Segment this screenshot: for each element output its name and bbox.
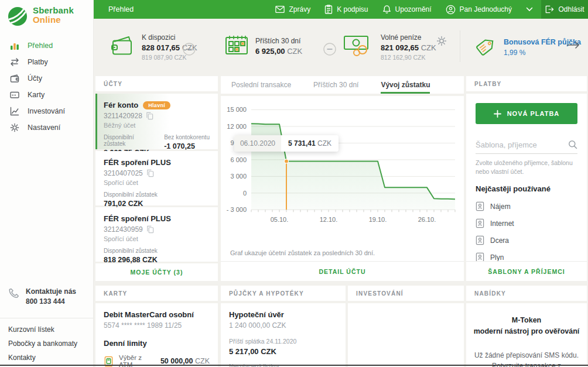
chart-tabs: Poslední transakce Příštích 30 dní Vývoj… [221,76,464,94]
link-pobocky-a-bankomaty[interactable]: Pobočky a bankomaty [8,339,93,348]
user-menu[interactable]: Pan Jednoduchý [446,5,512,15]
tooltip-value: 5 731,41 [288,139,316,148]
calendar-icon [224,33,249,57]
payments-panel: PLATBY NOVÁ PLATBA Zvolte uloženého příj… [466,76,587,281]
chevron-down-icon [526,7,533,12]
notifications-button[interactable]: Upozornění [382,5,432,14]
x-tick-label: 05.10. [271,216,289,223]
wallet-icon [9,73,20,84]
account-item-fer-sporeni-2[interactable]: FÉR spoření PLUS 3212430959 Spořící účet… [95,207,218,262]
top-bar: Přehled Zprávy K podpisu Upozornění Pan … [94,0,588,19]
next-payment-amount: 5 217,00 CZK [229,347,337,356]
loans-panel: PŮJČKY A HYPOTÉKY Hypoteční úvěr 1 240 0… [221,286,346,367]
bar-chart-icon [9,40,20,52]
y-tick-label: 12 000 [227,123,247,130]
sidebar-item-label: Karty [28,91,45,99]
page-title: Přehled [108,5,134,13]
tab-vyvoj-zustatku[interactable]: Vývoj zůstatku [381,76,430,94]
search-icon[interactable] [568,140,577,149]
offer-headline-2: moderní nástroj pro ověřování [474,327,580,335]
y-tick-label: - 3 000 [227,206,247,213]
account-detail-link[interactable]: DETAIL ÚČTU [319,268,365,275]
x-tick-label: 19.10. [369,216,387,223]
contact-phone[interactable]: 800 133 444 [26,297,65,306]
tooltip-date: 06.10.2020 [234,135,281,152]
copy-icon[interactable] [146,112,153,120]
price-tag-icon [473,32,500,60]
x-tick-label: 12.10. [320,216,338,223]
sidebar-item-label: Účty [28,74,42,83]
sidebar-item-nastaveni[interactable]: Nastavení [0,119,93,136]
screen-edge-line [0,365,588,366]
templates-recipients-link[interactable]: ŠABLONY A PŘÍJEMCI [488,268,565,275]
loans-panel-title: PŮJČKY A HYPOTÉKY [221,286,346,301]
recipient-search [476,139,577,154]
account-item-fer-sporeni-1[interactable]: FÉR spoření PLUS 3210407025 Spořící účet… [95,151,218,205]
y-tick-label: 3 000 [230,173,247,180]
logout-button[interactable]: Odhlásit [541,0,588,19]
app-window: Sberbank Online Přehled Platby [0,0,588,367]
card-icon [9,89,20,101]
messages-button[interactable]: Zprávy [275,5,310,13]
bell-icon [382,5,391,14]
daily-limits-title: Denní limity [104,339,210,348]
sidebar-nav: Přehled Platby Účty Karty [0,37,93,136]
summary-divider [460,30,460,62]
line-chart-icon [9,105,20,117]
sberbank-logo[interactable]: Sberbank Online [0,0,93,27]
sidebar-item-prehled[interactable]: Přehled [0,37,93,54]
logo-brand: Sberbank [33,5,74,15]
offers-panel-title: NABÍDKY [466,286,587,301]
chart-caption: Graf ukazuje účetní zůstatek za poslední… [230,249,375,256]
link-kontakty[interactable]: Kontakty [8,354,93,362]
sidebar-item-investovani[interactable]: Investování [0,103,93,119]
copy-icon[interactable] [146,225,154,234]
my-accounts-link[interactable]: MOJE ÚČTY (3) [131,269,183,276]
user-menu-chevron[interactable] [526,7,533,12]
favorites-title: Nejčastěji používané [476,184,577,193]
collapse-available-button[interactable] [183,43,196,56]
balance-chart-svg: 15 00012 0009 0006 0003 0000- 3 00005.10… [221,96,464,239]
card-name[interactable]: Debit MasterCard osobní [104,310,210,319]
summary-strip: K dispozici 828 017,65 CZK 819 087,90 CZ… [94,19,588,76]
clipboard-icon [324,5,333,14]
tab-pristich-30-dni[interactable]: Příštích 30 dní [313,76,358,94]
balance-chart[interactable]: 15 00012 0009 0006 0003 0000- 3 00005.10… [221,96,464,239]
account-item-fer-konto[interactable]: Fér konto Hlavní 3211420928 Běžný účet D… [95,94,218,149]
sidebar-item-label: Investování [28,107,65,115]
sidebar-item-label: Přehled [28,42,53,50]
wallet-big-icon [110,34,137,59]
y-tick-label: 6 000 [230,156,247,163]
sidebar-item-label: Platby [28,58,48,66]
offer-arrow-icon[interactable] [567,41,580,49]
sidebar-item-ucty[interactable]: Účty [0,70,93,87]
contact-card-icon [476,218,484,228]
favorite-dcera[interactable]: Dcera [476,232,577,249]
tab-posledni-transakce[interactable]: Poslední transakce [231,76,291,94]
favorite-najem[interactable]: Nájem [476,198,577,215]
card-number: 5574 **** **** 1989 11/25 [104,321,210,330]
sidebar-footer-links: Kurzovní lístek Pobočky a bankomaty Kont… [0,318,93,367]
link-kurzovni-listek[interactable]: Kurzovní lístek [8,325,93,334]
accounts-panel-title: ÚČTY [95,76,218,91]
copy-icon[interactable] [146,169,154,177]
new-payment-button[interactable]: NOVÁ PLATBA [476,103,577,124]
loan-name[interactable]: Hypoteční úvěr [229,310,337,319]
collapse-upcoming-button[interactable] [323,43,336,56]
contact-card-icon [476,201,484,211]
investments-panel-title: INVESTOVÁNÍ [348,286,464,301]
to-sign-button[interactable]: K podpisu [324,5,368,14]
logo-product: Online [33,15,61,25]
sidebar-item-platby[interactable]: Platby [0,54,93,70]
favorite-internet[interactable]: Internet [476,215,577,232]
summary-settings-gear-icon[interactable] [436,35,447,47]
next-payment-label: Příští splátka 24.11.2020 [229,338,337,345]
banknote-icon [342,33,372,59]
recipient-search-input[interactable] [476,140,562,149]
sidebar-item-karty[interactable]: Karty [0,87,93,103]
upcoming-30-days: Příštích 30 dní 6 925,00 CZK [255,35,302,56]
investments-panel: INVESTOVÁNÍ [348,286,464,367]
gear-icon [9,122,20,133]
offers-panel: NABÍDKY M-Token moderní nástroj pro ověř… [466,286,587,367]
payments-panel-title: PLATBY [466,76,587,91]
